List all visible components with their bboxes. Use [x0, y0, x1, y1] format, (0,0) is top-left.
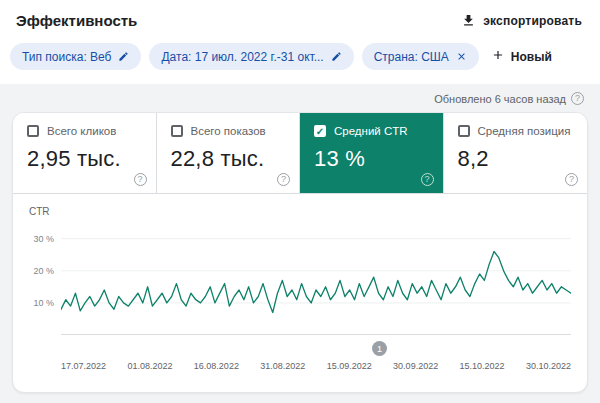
- metric-cards: Всего кликов 2,95 тыс. Всего показов 22,…: [13, 113, 587, 194]
- chip-label: Дата: 17 июл. 2022 г.-31 окт...: [161, 50, 323, 64]
- ctr-line-chart[interactable]: 1: [61, 229, 571, 335]
- metric-label: Средняя позиция: [478, 125, 571, 137]
- export-label: экспортировать: [483, 14, 582, 28]
- y-axis-label: 20 %: [33, 266, 54, 276]
- checkbox-unchecked-icon[interactable]: [458, 125, 470, 137]
- y-axis-label: 30 %: [33, 234, 54, 244]
- x-axis-label: 31.08.2022: [260, 361, 305, 371]
- checkbox-unchecked-icon[interactable]: [27, 125, 39, 137]
- checkbox-checked-icon[interactable]: [314, 125, 326, 137]
- metric-value: 8,2: [458, 146, 576, 172]
- metric-label: Всего показов: [191, 125, 266, 137]
- updated-text: Обновлено 6 часов назад: [434, 93, 566, 105]
- download-icon: [461, 13, 476, 28]
- content-area: Обновлено 6 часов назад Всего кликов 2,9…: [0, 84, 600, 403]
- chart-section: CTR 10 %20 %30 % 1 17.07.202201.08.20221…: [13, 194, 587, 392]
- x-axis-label: 17.07.2022: [61, 361, 106, 371]
- export-button[interactable]: экспортировать: [461, 13, 582, 28]
- metric-label: Средний CTR: [334, 125, 408, 137]
- pencil-icon[interactable]: [118, 51, 129, 62]
- metric-card-average-ctr[interactable]: Средний CTR 13 %: [300, 113, 444, 193]
- close-icon[interactable]: [456, 51, 467, 62]
- new-filter-button[interactable]: Новый: [491, 48, 552, 65]
- page-header: Эффективность экспортировать: [0, 0, 600, 37]
- metric-value: 13 %: [314, 146, 431, 172]
- x-axis-label: 30.09.2022: [393, 361, 438, 371]
- metric-card-total-clicks[interactable]: Всего кликов 2,95 тыс.: [13, 113, 157, 193]
- filter-chip-search-type[interactable]: Тип поиска: Веб: [10, 43, 141, 70]
- question-mark-icon[interactable]: [277, 173, 290, 186]
- pencil-icon[interactable]: [331, 51, 342, 62]
- pagination-dot[interactable]: 1: [372, 341, 387, 356]
- metric-card-average-position[interactable]: Средняя позиция 8,2: [444, 113, 588, 193]
- updated-status: Обновлено 6 часов назад: [12, 84, 588, 112]
- x-axis-label: 15.10.2022: [460, 361, 505, 371]
- metric-value: 2,95 тыс.: [27, 146, 144, 172]
- search-console-performance-page: Эффективность экспортировать Тип поиска:…: [0, 0, 600, 403]
- checkbox-unchecked-icon[interactable]: [171, 125, 183, 137]
- question-mark-icon[interactable]: [571, 92, 584, 105]
- question-mark-icon[interactable]: [565, 173, 578, 186]
- metric-value: 22,8 тыс.: [171, 146, 288, 172]
- metric-card-total-impressions[interactable]: Всего показов 22,8 тыс.: [157, 113, 301, 193]
- x-axis-labels: 17.07.202201.08.202216.08.202231.08.2022…: [61, 361, 571, 371]
- new-filter-label: Новый: [511, 50, 552, 64]
- x-axis-label: 16.08.2022: [194, 361, 239, 371]
- chip-label: Страна: США: [374, 50, 449, 64]
- filter-bar: Тип поиска: Веб Дата: 17 июл. 2022 г.-31…: [0, 37, 600, 84]
- question-mark-icon[interactable]: [134, 173, 147, 186]
- performance-panel: Всего кликов 2,95 тыс. Всего показов 22,…: [12, 112, 588, 393]
- metric-label: Всего кликов: [47, 125, 116, 137]
- page-title: Эффективность: [16, 12, 137, 29]
- plus-icon: [491, 48, 505, 65]
- y-axis-label: 10 %: [33, 298, 54, 308]
- x-axis-label: 01.08.2022: [127, 361, 172, 371]
- y-axis-labels: 10 %20 %30 %: [27, 229, 61, 335]
- chart-title: CTR: [29, 206, 571, 217]
- x-axis-label: 30.10.2022: [526, 361, 571, 371]
- question-mark-icon[interactable]: [421, 173, 434, 186]
- filter-chip-date[interactable]: Дата: 17 июл. 2022 г.-31 окт...: [149, 43, 353, 70]
- chip-label: Тип поиска: Веб: [22, 50, 111, 64]
- filter-chip-country[interactable]: Страна: США: [362, 43, 479, 70]
- x-axis-label: 15.09.2022: [327, 361, 372, 371]
